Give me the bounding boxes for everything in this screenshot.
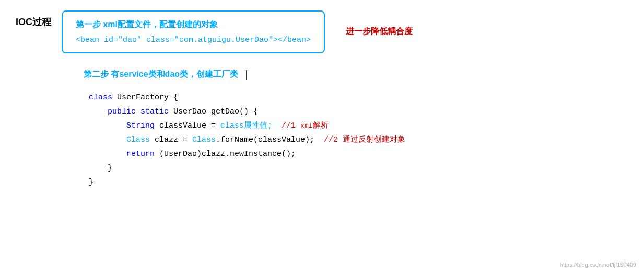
ioc-label: IOC过程: [16, 10, 51, 28]
step2-title: 第二步 有service类和dao类，创建工厂类: [84, 69, 628, 80]
code-indent-5: [89, 150, 126, 158]
code-text-6: }: [89, 164, 112, 173]
step1-box: 第一步 xml配置文件，配置创建的对象 <bean id="dao" class…: [62, 10, 325, 53]
page-container: IOC过程 第一步 xml配置文件，配置创建的对象 <bean id="dao"…: [0, 0, 644, 272]
step1-code: <bean id="dao" class="com.atguigu.UserDa…: [76, 36, 311, 44]
code-text-4b: .forName(classValue);: [216, 135, 324, 144]
code-text-3b: class属性值;: [220, 121, 282, 130]
code-line-6: }: [89, 161, 628, 175]
code-text-1: UserFactory {: [112, 93, 178, 102]
code-indent-2: [89, 107, 108, 116]
reduce-coupling-text: 进一步降低耦合度: [346, 10, 413, 37]
code-block: class UserFactory { public static UserDa…: [84, 90, 628, 189]
step2-section: 第二步 有service类和dao类，创建工厂类 class UserFacto…: [16, 69, 628, 189]
ioc-section: IOC过程 第一步 xml配置文件，配置创建的对象 <bean id="dao"…: [16, 10, 628, 53]
code-text-2a: [136, 107, 140, 116]
code-indent-3: [89, 121, 126, 130]
code-text-4a: clazz =: [150, 135, 192, 144]
watermark: https://blog.csdn.net/ljf190409: [560, 262, 636, 268]
kw-class-type: Class: [126, 135, 150, 144]
comment-1: //1 xml解析: [282, 121, 328, 130]
code-text-5: (UserDao)clazz.newInstance();: [155, 150, 296, 158]
cursor-indicator: [246, 70, 247, 80]
code-text-3a: classValue =: [155, 121, 220, 130]
step2-title-text: 第二步 有service类和dao类，创建工厂类: [84, 69, 238, 80]
code-text-2b: UserDao getDao() {: [169, 107, 258, 116]
kw-return: return: [126, 150, 155, 158]
code-indent-4: [89, 135, 126, 144]
comment-2: //2 通过反射创建对象: [324, 135, 405, 144]
code-line-1: class UserFactory {: [89, 90, 628, 105]
code-line-3: String classValue = class属性值; //1 xml解析: [89, 119, 628, 133]
code-text-7: }: [89, 178, 93, 187]
step1-title: 第一步 xml配置文件，配置创建的对象: [76, 19, 311, 30]
code-line-2: public static UserDao getDao() {: [89, 105, 628, 119]
code-line-5: return (UserDao)clazz.newInstance();: [89, 147, 628, 161]
code-line-7: }: [89, 175, 628, 189]
kw-class: class: [89, 93, 112, 102]
kw-public: public: [108, 107, 136, 116]
kw-static: static: [140, 107, 169, 116]
kw-string: String: [126, 121, 155, 130]
code-line-4: Class clazz = Class.forName(classValue);…: [89, 133, 628, 147]
code-class-ref: Class: [192, 135, 216, 144]
